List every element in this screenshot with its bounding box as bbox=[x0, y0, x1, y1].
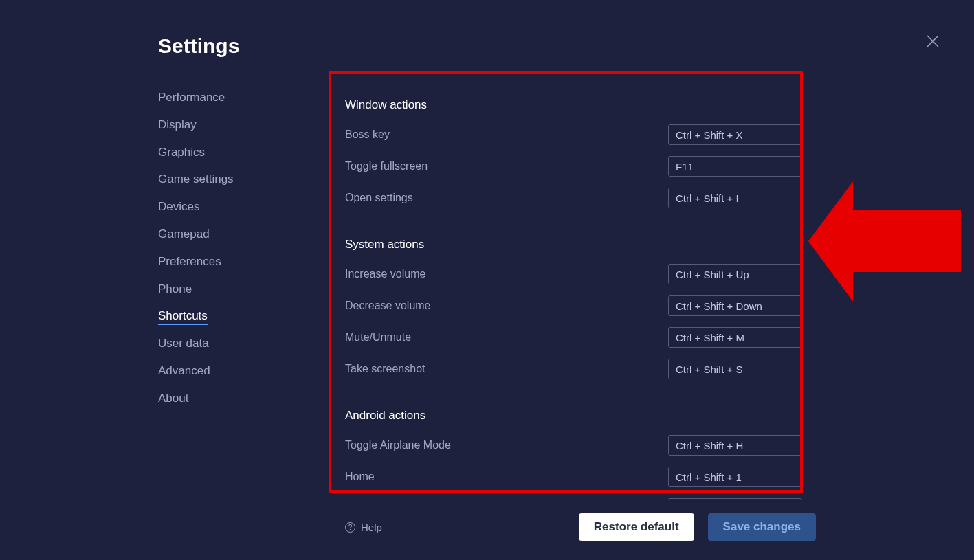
sidebar-item-about[interactable]: About bbox=[158, 385, 316, 412]
shortcut-input[interactable] bbox=[668, 327, 802, 348]
sidebar-item-preferences[interactable]: Preferences bbox=[158, 248, 316, 276]
close-button[interactable] bbox=[926, 34, 940, 48]
shortcut-label: Decrease volume bbox=[345, 300, 431, 312]
sidebar-item-label: Game settings bbox=[158, 172, 234, 186]
settings-sidebar: PerformanceDisplayGraphicsGame settingsD… bbox=[158, 84, 316, 560]
footer: ? Help Restore default Save changes bbox=[316, 500, 816, 560]
sidebar-item-game-settings[interactable]: Game settings bbox=[158, 166, 316, 193]
shortcut-row: Toggle Airplane Mode bbox=[345, 435, 802, 456]
shortcut-label: Toggle fullscreen bbox=[345, 160, 428, 172]
shortcut-row: Boss key bbox=[345, 124, 802, 145]
shortcut-label: Home bbox=[345, 471, 375, 483]
sidebar-item-user-data[interactable]: User data bbox=[158, 330, 316, 357]
shortcuts-scroll-area[interactable]: Window actionsBoss keyToggle fullscreenO… bbox=[316, 84, 816, 500]
shortcut-label: Open settings bbox=[345, 192, 413, 204]
shortcut-input[interactable] bbox=[668, 435, 802, 456]
shortcut-row: Home bbox=[345, 467, 802, 487]
shortcut-label: Boss key bbox=[345, 128, 390, 141]
sidebar-item-label: Advanced bbox=[158, 364, 210, 377]
main-panel: Window actionsBoss keyToggle fullscreenO… bbox=[316, 84, 816, 560]
sidebar-item-graphics[interactable]: Graphics bbox=[158, 139, 316, 166]
section-divider bbox=[345, 221, 802, 221]
shortcut-label: Increase volume bbox=[345, 268, 425, 280]
sidebar-item-label: Shortcuts bbox=[158, 309, 208, 325]
shortcut-input[interactable] bbox=[668, 124, 802, 145]
shortcut-label: Toggle Airplane Mode bbox=[345, 439, 451, 451]
section-title: Window actions bbox=[345, 98, 802, 112]
sidebar-item-performance[interactable]: Performance bbox=[158, 84, 316, 111]
shortcut-row: Mute/Unmute bbox=[345, 327, 802, 348]
help-label: Help bbox=[361, 522, 382, 533]
shortcut-input[interactable] bbox=[668, 156, 802, 177]
sidebar-item-label: Devices bbox=[158, 200, 199, 213]
help-icon: ? bbox=[345, 522, 355, 533]
section-divider bbox=[345, 392, 802, 392]
sidebar-item-label: Gamepad bbox=[158, 227, 210, 240]
sidebar-item-phone[interactable]: Phone bbox=[158, 276, 316, 303]
sidebar-item-display[interactable]: Display bbox=[158, 111, 316, 139]
shortcut-label: Take screenshot bbox=[345, 363, 425, 375]
shortcut-row: Take screenshot bbox=[345, 359, 802, 379]
sidebar-item-label: User data bbox=[158, 337, 209, 350]
section-title: System actions bbox=[345, 238, 802, 251]
sidebar-item-label: Preferences bbox=[158, 255, 221, 268]
shortcut-input[interactable] bbox=[668, 359, 802, 379]
sidebar-item-shortcuts[interactable]: Shortcuts bbox=[158, 302, 316, 330]
restore-default-button[interactable]: Restore default bbox=[579, 513, 694, 541]
shortcut-input[interactable] bbox=[668, 188, 802, 208]
shortcut-input[interactable] bbox=[668, 264, 802, 284]
shortcut-label: Mute/Unmute bbox=[345, 331, 411, 344]
sidebar-item-label: About bbox=[158, 392, 188, 405]
shortcut-input[interactable] bbox=[668, 295, 802, 316]
sidebar-item-label: Phone bbox=[158, 282, 192, 295]
shortcut-input[interactable] bbox=[668, 467, 802, 487]
shortcut-row: Open settings bbox=[345, 188, 802, 208]
section-title: Android actions bbox=[345, 409, 802, 423]
sidebar-item-label: Graphics bbox=[158, 146, 205, 159]
sidebar-item-devices[interactable]: Devices bbox=[158, 193, 316, 221]
help-link[interactable]: ? Help bbox=[345, 522, 382, 533]
sidebar-item-label: Performance bbox=[158, 91, 225, 104]
save-changes-button[interactable]: Save changes bbox=[708, 513, 816, 541]
shortcut-row: Increase volume bbox=[345, 264, 802, 284]
page-title: Settings bbox=[158, 34, 816, 58]
sidebar-item-advanced[interactable]: Advanced bbox=[158, 357, 316, 385]
shortcut-row: Decrease volume bbox=[345, 295, 802, 316]
sidebar-item-label: Display bbox=[158, 118, 197, 131]
sidebar-item-gamepad[interactable]: Gamepad bbox=[158, 221, 316, 248]
shortcut-row: Toggle fullscreen bbox=[345, 156, 802, 177]
